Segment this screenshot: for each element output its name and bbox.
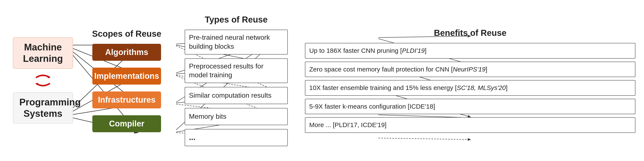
type-similar-computation: Similar computation results [185, 87, 288, 104]
scopes-list: Algorithms Implementations Infrastructur… [86, 44, 168, 132]
sync-icon [33, 73, 52, 88]
scopes-header: Scopes of Reuse [92, 29, 161, 39]
diagram: MachineLearning ProgrammingSystems Scope… [0, 0, 644, 161]
benefit-neurips19: Zero space cost memory fault protection … [305, 62, 636, 77]
scope-infrastructures: Infrastructures [92, 92, 161, 108]
ps-box: ProgrammingSystems [13, 92, 73, 124]
types-list: Pre-trained neural network building bloc… [185, 30, 288, 146]
type-memory-bits: Memory bits [185, 108, 288, 125]
benefits-list: Up to 186X faster CNN pruning [PLDI'19] … [305, 43, 636, 133]
type-more: ... [185, 129, 288, 146]
svg-line-27 [378, 138, 470, 140]
scope-compiler: Compiler [92, 115, 161, 132]
benefits-column: Benefits of Reuse Up to 186X faster CNN … [305, 28, 636, 133]
benefit-icde18: 5-9X faster k-means configuration [ICDE'… [305, 99, 636, 114]
benefit-sc18: 10X faster ensemble training and 15% les… [305, 80, 636, 96]
benefits-header: Benefits of Reuse [434, 28, 506, 38]
scopes-column: Scopes of Reuse Algorithms Implementatio… [86, 29, 168, 132]
scope-implementations: Implementations [92, 68, 161, 84]
left-panel: MachineLearning ProgrammingSystems [8, 37, 77, 124]
benefit-more: More ... [PLDI'17, ICDE'19] [305, 117, 636, 133]
ml-label: MachineLearning [23, 42, 63, 64]
types-header: Types of Reuse [205, 15, 268, 24]
ps-label: ProgrammingSystems [19, 97, 81, 119]
type-pretrained: Pre-trained neural network building bloc… [185, 30, 288, 54]
ml-box: MachineLearning [13, 37, 73, 69]
types-column: Types of Reuse Pre-trained neural networ… [185, 15, 288, 146]
type-preprocessed: Preprocessed results for model training [185, 58, 288, 83]
scope-algorithms: Algorithms [92, 44, 161, 61]
benefit-pldi19: Up to 186X faster CNN pruning [PLDI'19] [305, 43, 636, 58]
